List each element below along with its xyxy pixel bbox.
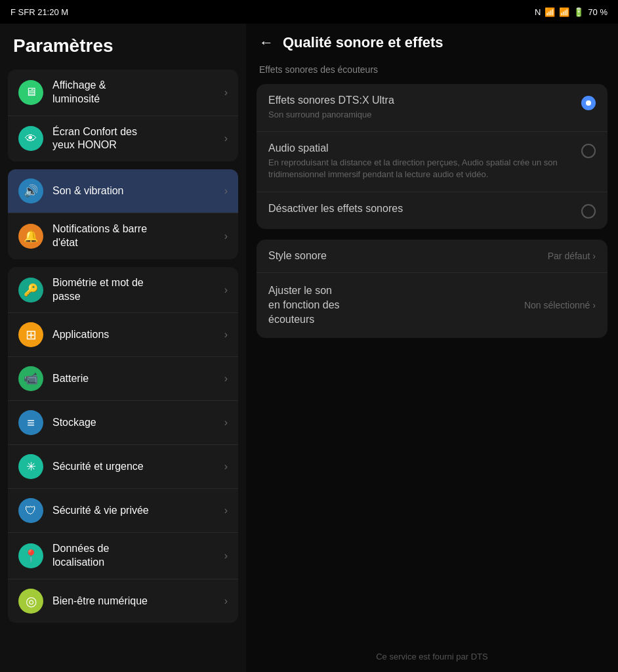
audio-spatial-desc: En reproduisant la distance et la direct… bbox=[268, 157, 573, 180]
son-vibration-label: Son & vibration bbox=[52, 184, 224, 198]
option-dts[interactable]: Effets sonores DTS:X Ultra Son surround … bbox=[257, 84, 608, 132]
row-ajuster-son[interactable]: Ajuster le sonen fonction desécouteurs N… bbox=[257, 273, 608, 338]
ajuster-son-label: Ajuster le sonen fonction desécouteurs bbox=[268, 284, 340, 327]
donnees-localisation-icon: 📍 bbox=[18, 543, 43, 568]
sidebar-item-securite-urgence[interactable]: ✳ Sécurité et urgence › bbox=[8, 445, 238, 489]
effects-option-group: Effets sonores DTS:X Ultra Son surround … bbox=[257, 84, 608, 229]
sidebar: Paramètres 🖥 Affichage &luminosité › 👁 É… bbox=[0, 24, 246, 672]
footer-note: Ce service est fourni par DTS bbox=[246, 632, 618, 672]
right-panel-title: Qualité sonore et effets bbox=[283, 34, 443, 51]
applications-chevron: › bbox=[224, 329, 228, 341]
audio-spatial-title: Audio spatial bbox=[268, 142, 573, 154]
signal-icon: 📶 bbox=[559, 7, 569, 17]
notifications-chevron: › bbox=[224, 230, 228, 242]
sidebar-item-stockage[interactable]: ≡ Stockage › bbox=[8, 401, 238, 445]
bien-etre-label: Bien-être numérique bbox=[52, 595, 224, 608]
sidebar-item-ecran-confort[interactable]: 👁 Écran Confort desyeux HONOR › bbox=[8, 116, 238, 162]
bien-etre-chevron: › bbox=[224, 595, 228, 607]
sidebar-item-applications[interactable]: ⊞ Applications › bbox=[8, 313, 238, 357]
main-layout: Paramètres 🖥 Affichage &luminosité › 👁 É… bbox=[0, 24, 618, 672]
style-sonore-value: Par défaut › bbox=[548, 251, 596, 261]
ajuster-son-value: Non sélectionné › bbox=[524, 300, 596, 310]
sidebar-item-biometrie[interactable]: 🔑 Biométrie et mot depasse › bbox=[8, 267, 238, 314]
biometrie-chevron: › bbox=[224, 284, 228, 296]
securite-urgence-label: Sécurité et urgence bbox=[52, 460, 224, 474]
affichage-chevron: › bbox=[224, 87, 228, 98]
option-desactiver[interactable]: Désactiver les effets sonores bbox=[257, 192, 608, 229]
stockage-label: Stockage bbox=[52, 416, 224, 430]
right-panel: ← Qualité sonore et effets Effets sonore… bbox=[246, 24, 618, 672]
dts-desc: Son surround panoramique bbox=[268, 109, 573, 121]
sidebar-item-securite-vie-privee[interactable]: 🛡 Sécurité & vie privée › bbox=[8, 489, 238, 533]
affichage-label: Affichage &luminosité bbox=[52, 79, 224, 106]
applications-icon: ⊞ bbox=[18, 322, 43, 347]
securite-urgence-icon: ✳ bbox=[18, 454, 43, 479]
securite-vie-privee-chevron: › bbox=[224, 505, 228, 516]
desactiver-title: Désactiver les effets sonores bbox=[268, 203, 573, 215]
sidebar-item-donnees-localisation[interactable]: 📍 Données delocalisation › bbox=[8, 533, 238, 579]
ecran-confort-icon: 👁 bbox=[18, 126, 43, 151]
option-audio-spatial[interactable]: Audio spatial En reproduisant la distanc… bbox=[257, 132, 608, 192]
dts-title: Effets sonores DTS:X Ultra bbox=[268, 94, 573, 106]
batterie-chevron: › bbox=[224, 373, 228, 385]
sidebar-group-sound: 🔊 Son & vibration › 🔔 Notifications & ba… bbox=[8, 169, 238, 259]
battery-icon: 🔋 bbox=[573, 7, 584, 17]
stockage-chevron: › bbox=[224, 417, 228, 429]
sidebar-item-notifications[interactable]: 🔔 Notifications & barred'état › bbox=[8, 213, 238, 259]
desactiver-radio[interactable] bbox=[581, 204, 596, 219]
sidebar-group-security: 🔑 Biométrie et mot depasse › ⊞ Applicati… bbox=[8, 267, 238, 623]
affichage-icon: 🖥 bbox=[18, 80, 43, 105]
ajuster-son-chevron: › bbox=[592, 300, 596, 310]
sidebar-item-affichage[interactable]: 🖥 Affichage &luminosité › bbox=[8, 70, 238, 116]
style-sonore-val-text: Par défaut bbox=[548, 251, 590, 261]
stockage-icon: ≡ bbox=[18, 410, 43, 435]
sidebar-item-bien-etre[interactable]: ◎ Bien-être numérique › bbox=[8, 579, 238, 623]
sidebar-item-son-vibration[interactable]: 🔊 Son & vibration › bbox=[8, 169, 238, 213]
section-label-earphones: Effets sonores des écouteurs bbox=[246, 58, 618, 80]
sidebar-group-display: 🖥 Affichage &luminosité › 👁 Écran Confor… bbox=[8, 70, 238, 161]
style-sonore-chevron: › bbox=[592, 251, 596, 261]
status-bar: F SFR 21:20 M N 📶 📶 🔋 70 % bbox=[0, 0, 618, 24]
son-vibration-icon: 🔊 bbox=[18, 178, 43, 203]
securite-urgence-chevron: › bbox=[224, 461, 228, 472]
batterie-label: Batterie bbox=[52, 372, 224, 386]
donnees-localisation-chevron: › bbox=[224, 550, 228, 562]
dts-radio[interactable] bbox=[581, 96, 596, 110]
audio-spatial-text-block: Audio spatial En reproduisant la distanc… bbox=[268, 142, 581, 180]
nfc-icon: N bbox=[535, 7, 541, 17]
bien-etre-icon: ◎ bbox=[18, 589, 43, 614]
biometrie-icon: 🔑 bbox=[18, 278, 43, 303]
biometrie-label: Biométrie et mot depasse bbox=[52, 276, 224, 304]
son-vibration-chevron: › bbox=[224, 185, 228, 197]
style-group: Style sonore Par défaut › Ajuster le son… bbox=[257, 240, 608, 338]
battery-percent: 70 % bbox=[588, 7, 608, 17]
row-style-sonore[interactable]: Style sonore Par défaut › bbox=[257, 240, 608, 273]
audio-spatial-radio[interactable] bbox=[581, 144, 596, 158]
notifications-label: Notifications & barred'état bbox=[52, 222, 224, 250]
status-right: N 📶 📶 🔋 70 % bbox=[535, 7, 608, 17]
back-button[interactable]: ← bbox=[259, 35, 274, 50]
ecran-confort-label: Écran Confort desyeux HONOR bbox=[52, 125, 224, 153]
ecran-confort-chevron: › bbox=[224, 133, 228, 144]
dts-text-block: Effets sonores DTS:X Ultra Son surround … bbox=[268, 94, 581, 121]
applications-label: Applications bbox=[52, 328, 224, 342]
securite-vie-privee-label: Sécurité & vie privée bbox=[52, 504, 224, 518]
securite-vie-privee-icon: 🛡 bbox=[18, 498, 43, 523]
sidebar-item-batterie[interactable]: 📹 Batterie › bbox=[8, 357, 238, 401]
style-sonore-label: Style sonore bbox=[268, 250, 327, 262]
sidebar-title: Paramètres bbox=[0, 24, 246, 66]
desactiver-text-block: Désactiver les effets sonores bbox=[268, 203, 581, 217]
notifications-icon: 🔔 bbox=[18, 224, 43, 249]
right-header: ← Qualité sonore et effets bbox=[246, 24, 618, 58]
batterie-icon: 📹 bbox=[18, 366, 43, 391]
ajuster-son-val-text: Non sélectionné bbox=[524, 300, 590, 310]
wifi-icon: 📶 bbox=[545, 7, 555, 17]
donnees-localisation-label: Données delocalisation bbox=[52, 542, 224, 570]
status-left: F SFR 21:20 M bbox=[10, 7, 68, 17]
